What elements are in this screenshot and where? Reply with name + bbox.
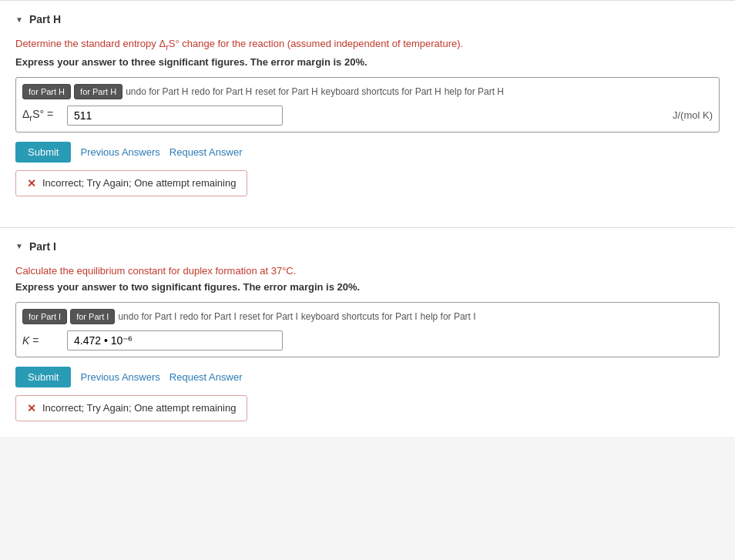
part-h-unit: J/(mol K): [673, 109, 713, 121]
part-i-previous-answers-link[interactable]: Previous Answers: [80, 371, 159, 383]
part-i-question: Calculate the equilibrium constant for d…: [15, 265, 720, 277]
part-i-undo[interactable]: undo for Part I: [118, 311, 176, 322]
part-h-input-label: ΔrS° =: [22, 108, 61, 122]
part-h-incorrect-icon: ✕: [27, 177, 36, 189]
part-i-action-row: Submit Previous Answers Request Answer: [15, 367, 720, 387]
part-h-toolbar: for Part H for Part H undo for Part H re…: [22, 84, 713, 99]
part-h-answer-box: for Part H for Part H undo for Part H re…: [15, 77, 720, 132]
part-i-input-row: K =: [22, 330, 713, 350]
part-i-answer-box: for Part I for Part I undo for Part I re…: [15, 302, 720, 357]
part-i-keyboard[interactable]: keyboard shortcuts for Part I: [301, 311, 418, 322]
part-i-feedback-box: ✕ Incorrect; Try Again; One attempt rema…: [15, 395, 247, 421]
part-i-incorrect-icon: ✕: [27, 402, 36, 414]
part-h-input-row: ΔrS° = J/(mol K): [22, 106, 713, 126]
part-h-submit-button[interactable]: Submit: [15, 142, 71, 163]
part-i-express: Express your answer to two significant f…: [15, 281, 720, 293]
part-i-input-label: K =: [22, 334, 61, 347]
part-h-answer-input[interactable]: [67, 106, 283, 126]
part-h-arrow[interactable]: ▼: [15, 15, 23, 24]
part-h-undo[interactable]: undo for Part H: [126, 86, 188, 97]
part-h-reset[interactable]: reset for Part H: [255, 86, 317, 97]
part-h-previous-answers-link[interactable]: Previous Answers: [80, 146, 159, 158]
part-h-section: ▼ Part H Determine the standard entropy …: [0, 0, 735, 212]
part-h-keyboard[interactable]: keyboard shortcuts for Part H: [321, 86, 441, 97]
part-h-header: ▼ Part H: [15, 13, 720, 25]
part-i-title: Part I: [29, 240, 56, 253]
part-h-action-row: Submit Previous Answers Request Answer: [15, 142, 720, 163]
part-h-toolbar-btn1[interactable]: for Part H: [22, 84, 71, 99]
part-h-request-answer-link[interactable]: Request Answer: [169, 146, 243, 158]
part-i-toolbar-btn2[interactable]: for Part I: [70, 309, 115, 324]
part-h-feedback-box: ✕ Incorrect; Try Again; One attempt rema…: [15, 170, 247, 196]
part-i-header: ▼ Part I: [15, 240, 720, 253]
part-i-feedback-text: Incorrect; Try Again; One attempt remain…: [42, 402, 236, 414]
part-h-title: Part H: [29, 13, 61, 25]
part-h-feedback-text: Incorrect; Try Again; One attempt remain…: [42, 177, 236, 189]
part-h-help[interactable]: help for Part H: [445, 86, 504, 97]
part-i-answer-input[interactable]: [67, 330, 283, 350]
part-i-submit-button[interactable]: Submit: [15, 367, 71, 387]
part-h-question: Determine the standard entropy ΔrS° chan…: [15, 38, 720, 52]
part-i-section: ▼ Part I Calculate the equilibrium const…: [0, 227, 735, 437]
part-h-express: Express your answer to three significant…: [15, 56, 720, 68]
part-i-toolbar: for Part I for Part I undo for Part I re…: [22, 309, 713, 324]
page-container: ▼ Part H Determine the standard entropy …: [0, 0, 735, 437]
part-i-arrow[interactable]: ▼: [15, 242, 23, 250]
part-i-redo[interactable]: redo for Part I: [180, 311, 236, 322]
part-h-toolbar-btn2[interactable]: for Part H: [74, 84, 123, 99]
part-i-help[interactable]: help for Part I: [421, 311, 476, 322]
part-i-reset[interactable]: reset for Part I: [240, 311, 298, 322]
part-h-redo[interactable]: redo for Part H: [192, 86, 253, 97]
part-i-request-answer-link[interactable]: Request Answer: [169, 371, 243, 383]
part-i-toolbar-btn1[interactable]: for Part I: [22, 309, 67, 324]
